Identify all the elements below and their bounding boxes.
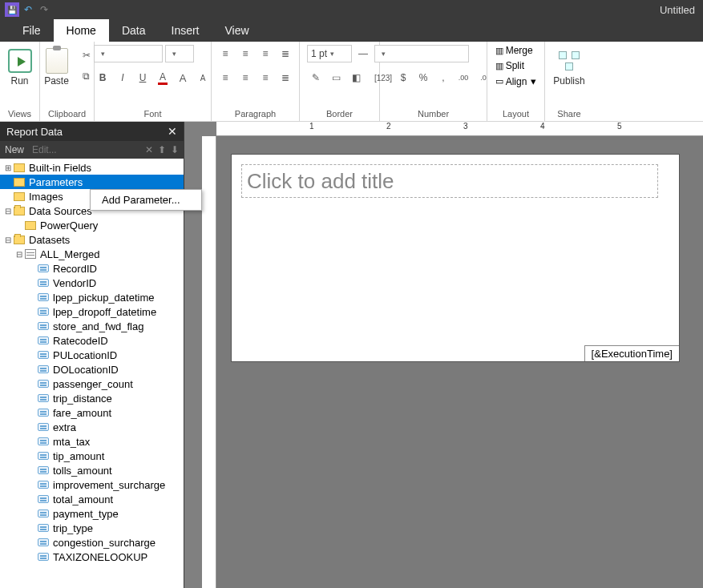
border-weight-combo[interactable]: 1 pt▾	[307, 45, 352, 62]
move-up-icon[interactable]: ⬆	[158, 144, 166, 155]
cut-icon[interactable]: ✂	[78, 46, 95, 64]
tree-field[interactable]: tip_amount	[0, 449, 184, 463]
tree-field[interactable]: RecordID	[0, 261, 184, 276]
currency-button[interactable]: $	[394, 69, 412, 87]
field-icon	[38, 308, 49, 316]
tab-file[interactable]: File	[10, 19, 54, 42]
folder-open-icon	[14, 207, 25, 215]
border-color-button[interactable]: ✎	[307, 69, 325, 87]
ruler-tick: 1	[309, 122, 314, 131]
bold-button[interactable]: B	[94, 69, 111, 87]
copy-icon[interactable]: ⧉	[78, 67, 95, 85]
border-style-button[interactable]: —	[354, 45, 372, 62]
align-button[interactable]: ▭ Align▾	[495, 75, 537, 87]
vertical-ruler	[202, 136, 216, 588]
border-preset-button[interactable]: ▭	[327, 69, 345, 87]
undo-icon[interactable]: ↶	[21, 2, 35, 17]
delete-icon[interactable]: ✕	[145, 144, 153, 155]
increase-decimal-button[interactable]: .00	[455, 69, 472, 87]
context-menu: Add Parameter...	[90, 189, 202, 211]
window-title: Untitled	[660, 4, 698, 16]
tree-all-merged[interactable]: ⊟ALL_Merged	[0, 247, 184, 261]
tree-field[interactable]: PULocationID	[0, 348, 184, 362]
tree-field[interactable]: payment_type	[0, 506, 184, 521]
font-family-combo[interactable]: ▾	[94, 45, 163, 62]
tree-field[interactable]: store_and_fwd_flag	[0, 319, 184, 333]
align-bottom-button[interactable]: ≡	[257, 45, 274, 62]
field-icon	[38, 380, 49, 388]
ruler-corner	[184, 122, 216, 136]
report-data-tree[interactable]: ⊞Built-in Fields Parameters Images ⊟Data…	[0, 159, 184, 588]
tree-datasets[interactable]: ⊟Datasets	[0, 232, 184, 247]
redo-icon[interactable]: ↷	[37, 2, 51, 17]
tab-data[interactable]: Data	[109, 19, 159, 42]
tree-field[interactable]: total_amount	[0, 492, 184, 506]
field-icon	[38, 423, 49, 431]
new-button[interactable]: New	[5, 144, 24, 155]
merge-button[interactable]: ▥ Merge	[495, 45, 537, 56]
tree-field[interactable]: TAXIZONELOOKUP	[0, 550, 184, 564]
align-middle-button[interactable]: ≡	[236, 45, 254, 62]
chevron-down-icon: ▾	[101, 50, 105, 58]
tree-field[interactable]: improvement_surcharge	[0, 477, 184, 492]
tree-field[interactable]: tolls_amount	[0, 463, 184, 477]
publish-button[interactable]: Publish	[551, 45, 587, 87]
align-left-button[interactable]: ≡	[216, 69, 234, 87]
tree-field[interactable]: lpep_dropoff_datetime	[0, 304, 184, 319]
field-icon	[38, 553, 49, 561]
split-button[interactable]: ▥ Split	[495, 60, 537, 71]
menu-add-parameter[interactable]: Add Parameter...	[92, 191, 200, 208]
align-top-button[interactable]: ≡	[216, 45, 234, 62]
tree-field[interactable]: trip_type	[0, 521, 184, 535]
tab-insert[interactable]: Insert	[159, 19, 212, 42]
align-right-button[interactable]: ≡	[257, 69, 274, 87]
bullets-button[interactable]: ≣	[277, 45, 294, 62]
grow-font-button[interactable]: A	[174, 69, 192, 87]
tree-powerquery[interactable]: PowerQuery	[0, 218, 184, 232]
run-button[interactable]: Run	[2, 45, 38, 87]
tab-view[interactable]: View	[212, 19, 262, 42]
move-down-icon[interactable]: ⬇	[171, 144, 179, 155]
tree-field[interactable]: lpep_pickup_datetime	[0, 290, 184, 304]
font-size-combo[interactable]: ▾	[165, 45, 194, 62]
chevron-down-icon: ▾	[531, 75, 536, 87]
design-canvas[interactable]: 12345 Click to add title [&ExecutionTime…	[184, 122, 703, 588]
group-font-label: Font	[143, 107, 161, 121]
title-textbox[interactable]: Click to add title	[241, 164, 658, 198]
field-icon	[38, 365, 49, 373]
tree-field[interactable]: trip_distance	[0, 391, 184, 405]
tree-field[interactable]: fare_amount	[0, 405, 184, 420]
font-color-button[interactable]: A	[154, 69, 172, 87]
close-icon[interactable]: ✕	[168, 125, 177, 138]
paste-button[interactable]: Paste	[39, 45, 75, 87]
percent-button[interactable]: %	[414, 69, 432, 87]
italic-button[interactable]: I	[114, 69, 131, 87]
edit-button[interactable]: Edit...	[32, 144, 57, 155]
tree-field[interactable]: passenger_count	[0, 377, 184, 391]
tree-field[interactable]: mta_tax	[0, 434, 184, 449]
align-center-button[interactable]: ≡	[236, 69, 254, 87]
placeholder-button[interactable]: [123]	[374, 69, 392, 87]
horizontal-ruler: 12345	[216, 122, 703, 136]
underline-button[interactable]: U	[134, 69, 152, 87]
tab-home[interactable]: Home	[54, 19, 109, 42]
tree-builtin-fields[interactable]: ⊞Built-in Fields	[0, 160, 184, 175]
tree-field[interactable]: extra	[0, 420, 184, 434]
numbering-button[interactable]: ≣	[277, 69, 294, 87]
execution-time-textbox[interactable]: [&ExecutionTime]	[584, 345, 679, 361]
field-icon	[38, 279, 49, 287]
comma-button[interactable]: ,	[434, 69, 452, 87]
tree-field[interactable]: DOLocationID	[0, 362, 184, 377]
tree-field[interactable]: RatecodeID	[0, 333, 184, 348]
tree-field[interactable]: VendorID	[0, 276, 184, 290]
shrink-font-button[interactable]: A	[194, 69, 212, 87]
field-icon	[38, 351, 49, 359]
save-icon[interactable]: 💾	[5, 2, 19, 17]
tree-field[interactable]: congestion_surcharge	[0, 535, 184, 550]
fill-color-button[interactable]: ◧	[347, 69, 365, 87]
run-label: Run	[10, 75, 28, 87]
report-body[interactable]: Click to add title [&ExecutionTime]	[231, 154, 680, 362]
number-format-combo[interactable]: ▾	[374, 45, 469, 62]
folder-icon	[14, 192, 25, 201]
tree-parameters[interactable]: Parameters	[0, 175, 184, 189]
